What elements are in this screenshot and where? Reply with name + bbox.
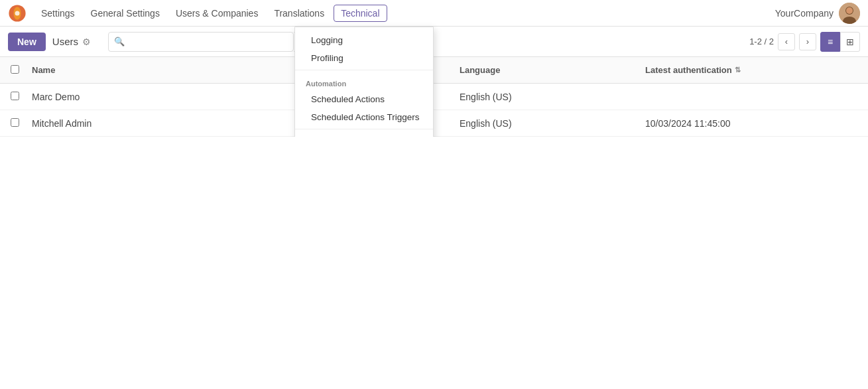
list-view-button[interactable]: ≡ xyxy=(820,32,840,52)
topnav-right: YourCompany xyxy=(775,3,860,24)
row-language-1: English (US) xyxy=(460,118,645,129)
col-header-latest-auth: Latest authentication ⇅ xyxy=(645,65,857,75)
row-checkbox-1[interactable] xyxy=(11,118,19,127)
top-navigation: Settings General Settings Users & Compan… xyxy=(0,0,868,27)
user-avatar[interactable] xyxy=(839,3,860,24)
checkbox-all[interactable] xyxy=(11,65,19,74)
users-title: Users xyxy=(52,36,78,47)
new-button[interactable]: New xyxy=(8,33,46,51)
page-title: Users ⚙ xyxy=(52,36,91,47)
technical-dropdown: Logging Profiling Automation Scheduled A… xyxy=(294,27,434,137)
kanban-view-button[interactable]: ⊞ xyxy=(840,32,860,52)
company-name: YourCompany xyxy=(775,8,834,19)
nav-general-settings[interactable]: General Settings xyxy=(84,5,166,21)
pagination-prev[interactable]: ‹ xyxy=(778,33,795,50)
settings-gear-icon[interactable]: ⚙ xyxy=(82,37,91,47)
row-checkbox-0[interactable] xyxy=(11,92,19,100)
dd-section-automation: Automation xyxy=(295,73,433,90)
select-all-checkbox[interactable] xyxy=(11,65,32,76)
nav-users-companies[interactable]: Users & Companies xyxy=(169,5,265,21)
nav-translations[interactable]: Translations xyxy=(267,5,331,21)
pagination: 1-2 / 2 ‹ › ≡ ⊞ xyxy=(749,32,860,52)
table-header: Name Language Latest authentication ⇅ xyxy=(0,57,868,84)
sort-icon[interactable]: ⇅ xyxy=(735,66,741,74)
svg-point-6 xyxy=(846,7,853,14)
dd-section-database-backup: Database Automatic Backup xyxy=(295,132,433,137)
table-row[interactable]: Marc Demo English (US) xyxy=(0,84,868,110)
search-input[interactable] xyxy=(127,37,288,46)
view-toggle: ≡ ⊞ xyxy=(820,32,860,52)
nav-settings[interactable]: Settings xyxy=(34,5,82,21)
nav-technical[interactable]: Technical xyxy=(334,5,387,22)
dd-item-scheduled-actions[interactable]: Scheduled Actions xyxy=(295,90,433,108)
dd-item-logging[interactable]: Logging xyxy=(295,31,433,49)
table-row[interactable]: Mitchell Admin English (US) 10/03/2024 1… xyxy=(0,110,868,137)
dd-item-scheduled-actions-triggers[interactable]: Scheduled Actions Triggers xyxy=(295,108,433,126)
pagination-next[interactable]: › xyxy=(799,33,816,50)
search-bar[interactable]: 🔍 xyxy=(108,32,294,52)
col-header-auth-label: Latest authentication xyxy=(645,65,732,75)
subheader: New Users ⚙ 🔍 ▾ 1-2 / 2 ‹ › ≡ ⊞ xyxy=(0,27,868,57)
dd-item-profiling[interactable]: Profiling xyxy=(295,49,433,67)
pagination-info: 1-2 / 2 xyxy=(749,37,774,46)
search-container: 🔍 ▾ xyxy=(108,32,311,52)
col-header-language: Language xyxy=(460,65,645,75)
row-auth-1: 10/03/2024 11:45:00 xyxy=(645,118,857,129)
row-language-0: English (US) xyxy=(460,92,645,102)
svg-point-2 xyxy=(15,11,20,15)
app-logo[interactable] xyxy=(8,4,27,23)
search-icon: 🔍 xyxy=(114,37,125,46)
